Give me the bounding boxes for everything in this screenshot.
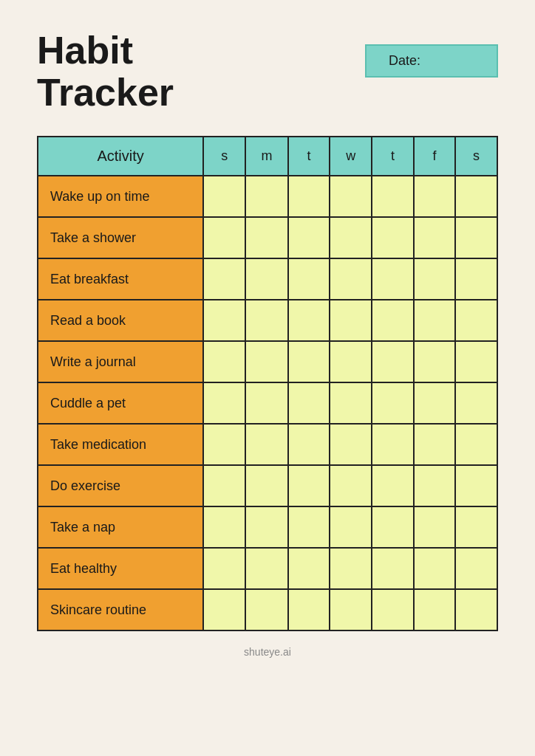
day-header-s1: s [203,137,245,176]
check-cell[interactable] [203,465,245,506]
check-cell[interactable] [455,217,497,258]
check-cell[interactable] [414,382,455,424]
check-cell[interactable] [203,506,245,548]
check-cell[interactable] [330,258,372,300]
check-cell[interactable] [245,382,288,424]
activity-label: Eat healthy [38,548,203,589]
check-cell[interactable] [288,424,330,465]
table-header-row: Activity s m t w t f s [38,137,497,176]
check-cell[interactable] [288,300,330,341]
check-cell[interactable] [288,506,330,548]
check-cell[interactable] [414,424,455,465]
check-cell[interactable] [203,217,245,258]
check-cell[interactable] [288,548,330,589]
table-row: Eat breakfast [38,258,497,300]
day-header-t2: t [372,137,413,176]
activity-label: Wake up on time [38,176,203,217]
check-cell[interactable] [288,176,330,217]
check-cell[interactable] [455,548,497,589]
check-cell[interactable] [414,589,455,630]
check-cell[interactable] [245,465,288,506]
check-cell[interactable] [414,506,455,548]
check-cell[interactable] [203,300,245,341]
check-cell[interactable] [414,258,455,300]
check-cell[interactable] [414,176,455,217]
check-cell[interactable] [245,589,288,630]
check-cell[interactable] [330,465,372,506]
check-cell[interactable] [288,258,330,300]
check-cell[interactable] [203,382,245,424]
check-cell[interactable] [372,589,413,630]
check-cell[interactable] [330,217,372,258]
activity-column-header: Activity [38,137,203,176]
check-cell[interactable] [372,424,413,465]
check-cell[interactable] [288,341,330,382]
check-cell[interactable] [330,506,372,548]
day-header-f: f [414,137,455,176]
check-cell[interactable] [372,258,413,300]
header: Habit Tracker Date: [37,30,498,114]
footer: shuteye.ai [37,646,498,658]
check-cell[interactable] [203,176,245,217]
check-cell[interactable] [372,341,413,382]
check-cell[interactable] [414,341,455,382]
check-cell[interactable] [245,548,288,589]
check-cell[interactable] [330,589,372,630]
check-cell[interactable] [455,258,497,300]
table-row: Wake up on time [38,176,497,217]
check-cell[interactable] [372,176,413,217]
check-cell[interactable] [414,217,455,258]
check-cell[interactable] [288,382,330,424]
check-cell[interactable] [414,300,455,341]
table-row: Do exercise [38,465,497,506]
check-cell[interactable] [372,548,413,589]
day-header-s2: s [455,137,497,176]
check-cell[interactable] [330,424,372,465]
check-cell[interactable] [203,589,245,630]
page: Habit Tracker Date: Activity s m t w t f… [0,0,535,756]
check-cell[interactable] [414,465,455,506]
check-cell[interactable] [245,217,288,258]
check-cell[interactable] [330,300,372,341]
table-row: Take medication [38,424,497,465]
check-cell[interactable] [372,217,413,258]
day-header-w: w [330,137,372,176]
check-cell[interactable] [455,341,497,382]
check-cell[interactable] [245,341,288,382]
check-cell[interactable] [288,589,330,630]
check-cell[interactable] [245,176,288,217]
check-cell[interactable] [372,506,413,548]
table-row: Take a nap [38,506,497,548]
check-cell[interactable] [203,258,245,300]
check-cell[interactable] [203,424,245,465]
check-cell[interactable] [245,424,288,465]
check-cell[interactable] [455,300,497,341]
check-cell[interactable] [288,465,330,506]
check-cell[interactable] [455,465,497,506]
check-cell[interactable] [455,424,497,465]
check-cell[interactable] [455,382,497,424]
check-cell[interactable] [330,382,372,424]
check-cell[interactable] [245,506,288,548]
table-row: Take a shower [38,217,497,258]
day-header-m: m [245,137,288,176]
check-cell[interactable] [455,589,497,630]
check-cell[interactable] [330,341,372,382]
check-cell[interactable] [455,506,497,548]
activity-label: Read a book [38,300,203,341]
check-cell[interactable] [245,258,288,300]
check-cell[interactable] [372,465,413,506]
check-cell[interactable] [203,548,245,589]
check-cell[interactable] [330,548,372,589]
check-cell[interactable] [288,217,330,258]
check-cell[interactable] [455,176,497,217]
check-cell[interactable] [372,300,413,341]
check-cell[interactable] [245,300,288,341]
check-cell[interactable] [330,176,372,217]
check-cell[interactable] [203,341,245,382]
activity-label: Cuddle a pet [38,382,203,424]
habit-tracker-table: Activity s m t w t f s Wake up on timeTa… [37,136,498,631]
date-box[interactable]: Date: [365,44,498,78]
check-cell[interactable] [372,382,413,424]
check-cell[interactable] [414,548,455,589]
